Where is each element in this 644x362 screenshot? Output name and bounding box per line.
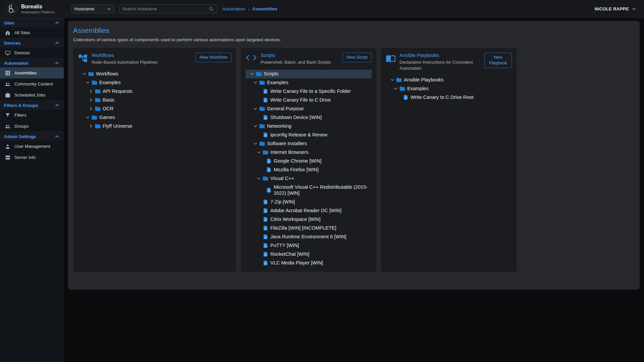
tree-file-microsoft-visual-c-redistributable-2015-2022-win[interactable]: Microsoft Visual C++ Redistributable (20… [246,183,372,198]
sidebar-item-user-management[interactable]: User Management [0,141,64,152]
sidebar-section-admin-settings[interactable]: Admin Settings [0,132,64,141]
tree-folder-ocr[interactable]: OCR [78,105,231,113]
section-label: Sites [4,20,14,25]
tree-folder-basic[interactable]: Basic [78,96,231,105]
tree-folder-scripts[interactable]: Scripts [246,70,372,78]
folder-icon [88,71,94,77]
tree-item-label: API Requests [103,87,132,96]
sidebar-item-filters[interactable]: Filters [0,110,64,121]
tree-file-vlc-media-player-win[interactable]: VLC Media Player [WIN] [246,258,372,267]
app-subtitle: Automation Platform [21,10,55,14]
search-input[interactable] [122,6,208,11]
chevron-right-icon[interactable] [88,106,94,111]
tree-file-citrix-workspace-win[interactable]: Citrix Workspace [WIN] [246,215,372,224]
file-icon [262,208,269,214]
tree-item-label: Write Canary File to a Specific Folder [270,87,351,96]
sidebar-section-sites[interactable]: Sites [0,18,64,27]
chevron-down-icon[interactable] [392,86,399,91]
tree-file-rocketchat-win[interactable]: RocketChat [WIN] [246,250,372,258]
sidebar-item-devices[interactable]: Devices [0,47,64,58]
tree-item-label: Basic [103,96,114,104]
chevron-up-icon [54,103,60,108]
tree-item-label: 7-Zip [WIN] [270,198,295,206]
tree-item-label: Internet Browsers [270,148,309,157]
sidebar-item-scheduled-jobs[interactable]: Scheduled Jobs [0,89,64,101]
breadcrumb-automation[interactable]: Automation [222,6,245,11]
folder-icon [94,97,101,103]
tree-file-adobe-acrobat-reader-dc-win[interactable]: Adobe Acrobat Reader DC [WIN] [246,206,372,215]
sidebar-item-server-info[interactable]: Server Info [0,152,64,163]
tree-item-label: Adobe Acrobat Reader DC [WIN] [270,206,341,215]
tree-file-ipconfig-release-renew[interactable]: ipconfig Release & Renew [246,131,372,139]
chevron-up-icon [54,40,60,46]
sidebar-item-label: Assemblies [14,70,37,75]
page-title: Assemblies [73,26,635,35]
card-title: Ansible Playbooks [399,53,481,58]
chevron-down-icon[interactable] [252,106,259,111]
tree-item-label: FileZilla [WIN] [INCOMPLETE] [270,224,336,232]
file-icon [262,251,269,257]
tree-file-java-runtime-environment-8-win[interactable]: Java Runtime Environment 8 [WIN] [246,232,372,241]
tree-file-write-canary-file-to-a-specific-folder[interactable]: Write Canary File to a Specific Folder [246,87,372,96]
tree-item-label: PuTTY [WIN] [270,241,299,250]
chevron-down-icon[interactable] [85,80,91,85]
tree-item-label: Visual C++ [270,174,294,183]
user-name: NICOLE RAPPE [595,6,629,11]
brand: Borealis Automation Platform [0,2,64,16]
chevron-down-icon[interactable] [256,150,262,155]
tree-file-putty-win[interactable]: PuTTY [WIN] [246,241,372,250]
user-menu[interactable]: NICOLE RAPPE [595,6,637,12]
chevron-down-icon[interactable] [252,141,259,146]
chevron-down-icon[interactable] [85,115,91,120]
folder-icon [94,88,101,95]
tree-folder-ansible-playbooks[interactable]: Ansible Playbooks [386,75,512,84]
tree-folder-games[interactable]: Games [78,113,231,122]
sidebar-item-community-content[interactable]: Community Content [0,78,64,89]
tree-folder-examples[interactable]: Examples [246,78,372,87]
chevron-down-icon[interactable] [252,80,259,85]
tree-folder-general-purpose[interactable]: General Purpose [246,105,372,113]
new-workflows-button[interactable]: New Workflow [196,53,231,62]
file-icon [262,260,269,266]
tree-file-filezilla-win-incomplete[interactable]: FileZilla [WIN] [INCOMPLETE] [246,224,372,232]
tree-folder-software-installers[interactable]: Software Installers [246,139,372,148]
chevron-down-icon[interactable] [252,124,259,129]
chevron-right-icon[interactable] [88,89,94,94]
file-icon [262,115,269,120]
tree-folder-examples[interactable]: Examples [386,84,512,93]
tree-folder-visual-c[interactable]: Visual C++ [246,174,372,183]
sidebar-section-filters-groups[interactable]: Filters & Groups [0,101,64,110]
sidebar-section-automation[interactable]: Automation [0,58,64,67]
section-label: Devices [4,41,20,46]
hostname-dropdown[interactable]: Hostname [71,4,114,13]
tree-folder-examples[interactable]: Examples [78,78,231,87]
chevron-right-icon[interactable] [88,124,94,129]
tree-file-mozilla-firefox-win[interactable]: Mozilla Firefox [WIN] [246,166,372,174]
tree-file-write-canary-file-to-c-drive[interactable]: Write Canary File to C Drive [246,96,372,105]
tree-file-write-canary-to-c-drive-root[interactable]: Write Canary to C Drive Root [386,93,512,102]
chevron-right-icon[interactable] [88,98,94,103]
filter-icon [5,112,11,118]
sidebar-item-groups[interactable]: Groups [0,121,64,132]
tree-folder-networking[interactable]: Networking [246,122,372,131]
tree-folder-flyff-universe[interactable]: Flyff Universe [78,122,231,131]
sidebar-item-all-sites[interactable]: All Sites [0,27,64,38]
chevron-down-icon[interactable] [81,71,88,76]
tree-folder-workflows[interactable]: Workflows [78,70,231,78]
tree-file-shutdown-device-win[interactable]: Shutdown Device [WIN] [246,113,372,122]
tree-folder-internet-browsers[interactable]: Internet Browsers [246,148,372,157]
folder-icon [91,114,98,121]
chevron-down-icon[interactable] [389,77,395,82]
chevron-down-icon[interactable] [249,71,255,76]
tree-folder-api-requests[interactable]: API Requests [78,87,231,96]
new-scripts-button[interactable]: New Script [342,53,372,62]
sidebar-section-devices[interactable]: Devices [0,38,64,47]
chevron-down-icon[interactable] [256,176,262,181]
sidebar-item-label: Groups [14,124,29,129]
new-playbooks-button[interactable]: New Playbook [484,53,512,68]
people-icon [5,81,11,87]
breadcrumb-assemblies[interactable]: Assemblies [252,6,277,11]
sidebar-item-assemblies[interactable]: Assemblies [0,67,64,78]
tree-file-google-chrome-win[interactable]: Google Chrome [WIN] [246,157,372,166]
tree-file-7-zip-win[interactable]: 7-Zip [WIN] [246,197,372,206]
